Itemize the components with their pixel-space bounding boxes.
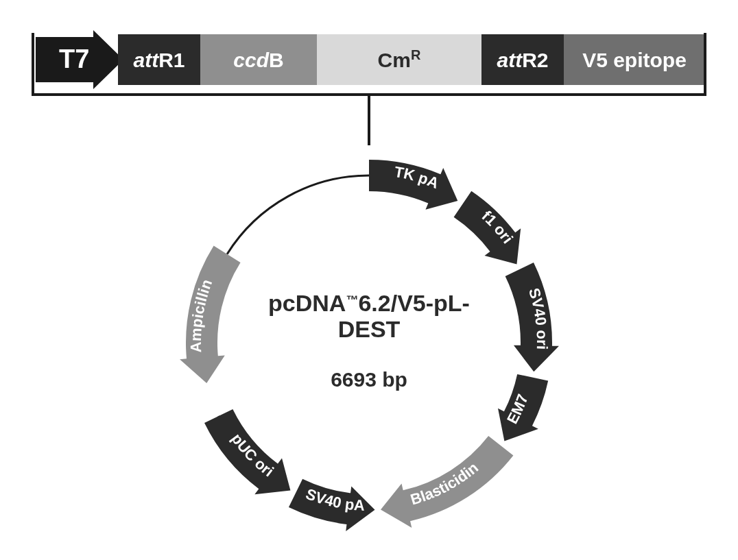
cassette-seg-V5: V5 epitope <box>564 34 705 85</box>
cassette: attR1ccdBCmRattR2V5 epitope <box>118 34 705 85</box>
feature-EM7: EM7 <box>498 374 548 441</box>
feature-SV40pA: SV40 pA <box>289 479 375 531</box>
promoter-arrow: T7 <box>36 30 123 89</box>
cassette-seg-label-V5: V5 epitope <box>582 49 687 71</box>
promoter-label: T7 <box>59 45 89 73</box>
plasmid-center: pcDNA™6.2/V5-pL-DEST6693 bp <box>268 290 470 391</box>
plasmid-size: 6693 bp <box>331 368 407 391</box>
feature-SV40ori: SV40 ori <box>505 263 559 372</box>
cassette-seg-attR1: attR1 <box>118 34 200 85</box>
cassette-seg-label-attR1: attR1 <box>133 49 184 71</box>
plasmid-name-line2: DEST <box>338 316 401 342</box>
feature-TKpA: TK pA <box>369 160 457 210</box>
feature-pUCori: pUC ori <box>204 409 290 494</box>
cassette-seg-attR2: attR2 <box>481 34 564 85</box>
feature-Ampicillin: Ampicillin <box>180 246 241 384</box>
plasmid-name-line1: pcDNA™6.2/V5-pL- <box>268 290 470 316</box>
plasmid-features: TK pAf1 oriSV40 oriEM7BlasticidinSV40 pA… <box>180 160 559 531</box>
feature-f1ori: f1 ori <box>454 191 521 265</box>
feature-Blasticidin: Blasticidin <box>381 436 513 528</box>
cassette-seg-label-attR2: attR2 <box>497 49 548 71</box>
cassette-seg-label-ccdB: ccdB <box>233 49 283 71</box>
cassette-seg-CmR: CmR <box>317 34 481 85</box>
cassette-seg-ccdB: ccdB <box>200 34 317 85</box>
